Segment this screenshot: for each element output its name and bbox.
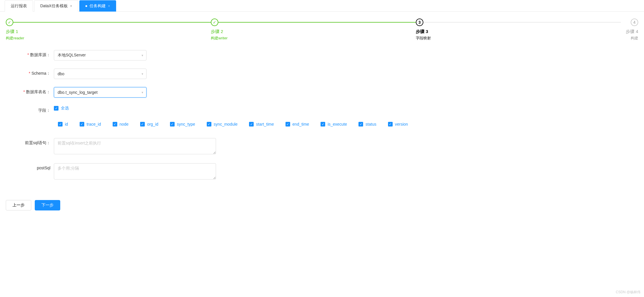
field-checkbox-version[interactable]: ✓version <box>388 122 408 126</box>
tab-task-build[interactable]: 任务构建 × <box>79 0 116 12</box>
step-4: 4 步骤 4 构建 <box>621 19 638 41</box>
row-schema: *Schema： dbo ▾ <box>0 69 644 79</box>
label-table: *数据库表名： <box>0 87 54 95</box>
checkbox-label: sync_type <box>177 122 195 126</box>
field-checkbox-end_time[interactable]: ✓end_time <box>286 122 309 126</box>
field-checkbox-start_time[interactable]: ✓start_time <box>249 122 274 126</box>
step-desc: 构建writer <box>211 36 416 41</box>
step-circle: ✓ <box>6 19 13 26</box>
label-datasource: *数据库源： <box>0 50 54 58</box>
checkbox-icon: ✓ <box>113 122 117 126</box>
chevron-down-icon: ▾ <box>142 91 143 94</box>
checkbox-label: node <box>120 122 129 126</box>
checkbox-label: end_time <box>292 122 309 126</box>
select-value: 本地SQLServer <box>58 53 86 58</box>
field-checkbox-id[interactable]: ✓id <box>58 122 68 126</box>
checkbox-icon: ✓ <box>80 122 84 126</box>
presql-textarea[interactable] <box>54 138 216 154</box>
row-postsql: postSql <box>0 163 644 180</box>
close-icon[interactable]: × <box>108 4 110 8</box>
checkbox-label: id <box>65 122 68 126</box>
field-checkbox-trace_id[interactable]: ✓trace_id <box>80 122 101 126</box>
step-circle: 3 <box>416 19 423 26</box>
row-datasource: *数据库源： 本地SQLServer ▾ <box>0 50 644 60</box>
label-schema: *Schema： <box>0 69 54 76</box>
step-1: ✓ 步骤 1 构建reader <box>6 19 211 41</box>
footer: 上一步 下一步 <box>0 194 644 216</box>
chevron-down-icon: ▾ <box>142 72 143 76</box>
step-circle: ✓ <box>211 19 218 26</box>
checkbox-icon: ✓ <box>58 122 63 126</box>
required-mark: * <box>23 89 25 94</box>
field-checkbox-is_execute[interactable]: ✓is_execute <box>321 122 347 126</box>
checkbox-label: 全选 <box>61 106 69 111</box>
table-select[interactable]: dbo.t_sync_log_target ▾ <box>54 87 147 98</box>
postsql-textarea[interactable] <box>54 163 216 179</box>
chevron-down-icon: ▾ <box>142 54 143 57</box>
tab-label: DataX任务模板 <box>40 3 68 9</box>
checkbox-label: status <box>365 122 376 126</box>
step-title: 步骤 3 <box>416 29 621 34</box>
checkbox-icon: ✓ <box>321 122 325 126</box>
checkbox-label: is_execute <box>328 122 347 126</box>
checkbox-label: sync_module <box>214 122 238 126</box>
close-icon[interactable]: × <box>70 4 72 8</box>
label-fields: 字段： <box>0 106 54 113</box>
steps-bar: ✓ 步骤 1 构建reader ✓ 步骤 2 构建writer 3 步骤 3 字… <box>0 12 644 44</box>
checkbox-label: start_time <box>256 122 274 126</box>
step-3: 3 步骤 3 字段映射 <box>416 19 621 41</box>
label-presql: 前置sql语句： <box>0 138 54 146</box>
checkbox-icon: ✓ <box>249 122 254 126</box>
field-checkbox-node[interactable]: ✓node <box>113 122 129 126</box>
checkbox-icon: ✓ <box>140 122 145 126</box>
checkbox-icon: ✓ <box>207 122 211 126</box>
prev-button[interactable]: 上一步 <box>6 200 31 210</box>
checkbox-icon: ✓ <box>54 106 58 111</box>
select-value: dbo <box>58 72 64 76</box>
field-checkbox-sync_module[interactable]: ✓sync_module <box>207 122 238 126</box>
checkbox-label: version <box>395 122 408 126</box>
tab-label: 运行报表 <box>11 3 27 9</box>
step-title: 步骤 4 <box>621 29 638 34</box>
fields-list: ✓id✓trace_id✓node✓org_id✓sync_type✓sync_… <box>0 122 644 126</box>
field-checkbox-sync_type[interactable]: ✓sync_type <box>170 122 195 126</box>
schema-select[interactable]: dbo ▾ <box>54 69 147 79</box>
checkbox-icon: ✓ <box>358 122 363 126</box>
tab-report[interactable]: 运行报表 <box>5 0 33 12</box>
step-circle: 4 <box>631 19 638 26</box>
step-desc: 构建reader <box>6 36 211 41</box>
select-all-checkbox[interactable]: ✓ 全选 <box>54 106 644 111</box>
required-mark: * <box>28 52 29 57</box>
field-checkbox-org_id[interactable]: ✓org_id <box>140 122 158 126</box>
select-value: dbo.t_sync_log_target <box>58 90 98 95</box>
tab-datax-template[interactable]: DataX任务模板 × <box>34 0 78 12</box>
check-icon: ✓ <box>8 20 11 25</box>
row-presql: 前置sql语句： <box>0 138 644 155</box>
checkbox-label: trace_id <box>87 122 101 126</box>
form: *数据库源： 本地SQLServer ▾ *Schema： dbo ▾ *数据库… <box>0 44 644 194</box>
row-table: *数据库表名： dbo.t_sync_log_target ▾ <box>0 87 644 98</box>
step-desc: 字段映射 <box>416 36 621 41</box>
step-line <box>13 22 211 23</box>
required-mark: * <box>29 71 30 76</box>
check-icon: ✓ <box>213 20 216 25</box>
tabs-bar: 运行报表 DataX任务模板 × 任务构建 × <box>0 0 644 12</box>
checkbox-icon: ✓ <box>388 122 393 126</box>
datasource-select[interactable]: 本地SQLServer ▾ <box>54 50 147 60</box>
step-line <box>218 22 416 23</box>
step-title: 步骤 2 <box>211 29 416 34</box>
row-fields: 字段： ✓ 全选 <box>0 106 644 113</box>
step-line <box>423 22 621 23</box>
step-title: 步骤 1 <box>6 29 211 34</box>
tab-label: 任务构建 <box>89 3 106 9</box>
step-2: ✓ 步骤 2 构建writer <box>211 19 416 41</box>
next-button[interactable]: 下一步 <box>35 200 60 210</box>
label-postsql: postSql <box>0 163 54 170</box>
checkbox-icon: ✓ <box>170 122 175 126</box>
checkbox-label: org_id <box>147 122 158 126</box>
checkbox-icon: ✓ <box>286 122 290 126</box>
field-checkbox-status[interactable]: ✓status <box>358 122 376 126</box>
step-desc: 构建 <box>621 36 638 41</box>
dirty-indicator-icon <box>85 5 87 7</box>
